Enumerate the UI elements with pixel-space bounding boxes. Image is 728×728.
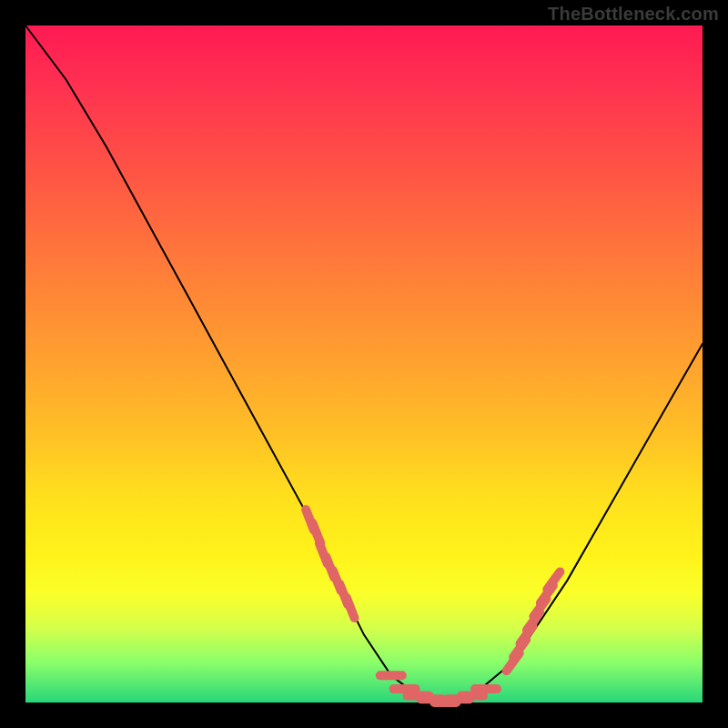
chart-svg (25, 25, 703, 703)
highlight-markers-left (306, 510, 354, 618)
plot-area (25, 25, 703, 703)
highlight-markers-right (507, 571, 561, 671)
chart-frame: TheBottleneck.com (0, 0, 728, 728)
highlight-markers-bottom (380, 675, 497, 703)
highlight-marker (547, 571, 560, 589)
highlight-marker (347, 598, 355, 618)
bottleneck-curve (25, 25, 703, 703)
watermark-text: TheBottleneck.com (548, 4, 719, 25)
